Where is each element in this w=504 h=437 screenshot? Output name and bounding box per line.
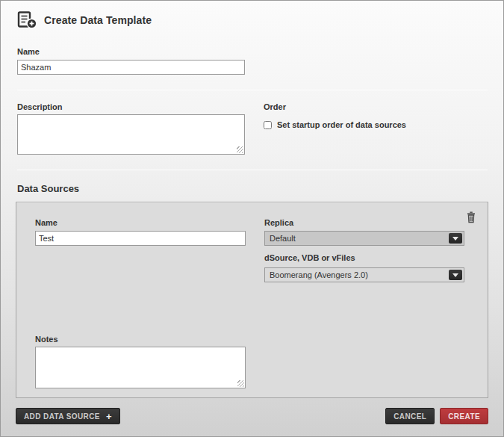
dsource-dropdown[interactable]: Boomerang (Avengers 2.0)	[264, 267, 464, 282]
order-field: Order Set startup order of data sources	[264, 102, 406, 155]
template-name-input[interactable]	[17, 60, 245, 75]
startup-order-checkbox-row[interactable]: Set startup order of data sources	[264, 120, 406, 129]
template-name-field: Name	[17, 47, 488, 75]
data-source-card: Name Replica Default dSource, VDB or vFi…	[16, 202, 488, 398]
add-data-source-label: ADD DATA SOURCE	[24, 412, 100, 421]
data-source-name-label: Name	[35, 218, 57, 227]
dsource-selected-value: Boomerang (Avengers 2.0)	[270, 270, 368, 279]
dsource-label: dSource, VDB or vFiles	[264, 253, 355, 262]
replica-selected-value: Default	[270, 234, 296, 243]
create-data-template-dialog: Create Data Template Name Description Or…	[0, 0, 504, 437]
replica-label: Replica	[264, 218, 293, 227]
description-field: Description	[17, 102, 264, 155]
divider	[17, 90, 488, 90]
dialog-header: Create Data Template	[17, 11, 488, 29]
resize-handle[interactable]	[237, 380, 244, 387]
data-source-name-input[interactable]	[35, 231, 246, 246]
document-add-icon	[17, 11, 37, 29]
dialog-footer: ADD DATA SOURCE + CANCEL CREATE	[16, 408, 488, 424]
description-textarea[interactable]	[17, 114, 245, 155]
description-label: Description	[17, 102, 264, 111]
cancel-button[interactable]: CANCEL	[385, 408, 435, 424]
create-button[interactable]: CREATE	[440, 408, 488, 424]
chevron-down-icon[interactable]	[449, 270, 462, 280]
page-title: Create Data Template	[44, 14, 152, 26]
delete-data-source-button[interactable]	[466, 211, 476, 223]
chevron-down-icon[interactable]	[449, 233, 462, 244]
resize-handle[interactable]	[237, 146, 243, 153]
divider	[17, 170, 488, 170]
data-sources-heading: Data Sources	[17, 183, 488, 194]
notes-label: Notes	[35, 335, 58, 344]
startup-order-checkbox-label: Set startup order of data sources	[277, 120, 406, 129]
order-label: Order	[264, 102, 406, 111]
plus-icon: +	[106, 412, 112, 421]
startup-order-checkbox[interactable]	[264, 121, 272, 129]
template-name-label: Name	[17, 47, 488, 56]
add-data-source-button[interactable]: ADD DATA SOURCE +	[16, 408, 120, 424]
description-order-row: Description Order Set startup order of d…	[17, 102, 488, 155]
notes-textarea[interactable]	[35, 347, 246, 388]
replica-dropdown[interactable]: Default	[264, 231, 464, 246]
